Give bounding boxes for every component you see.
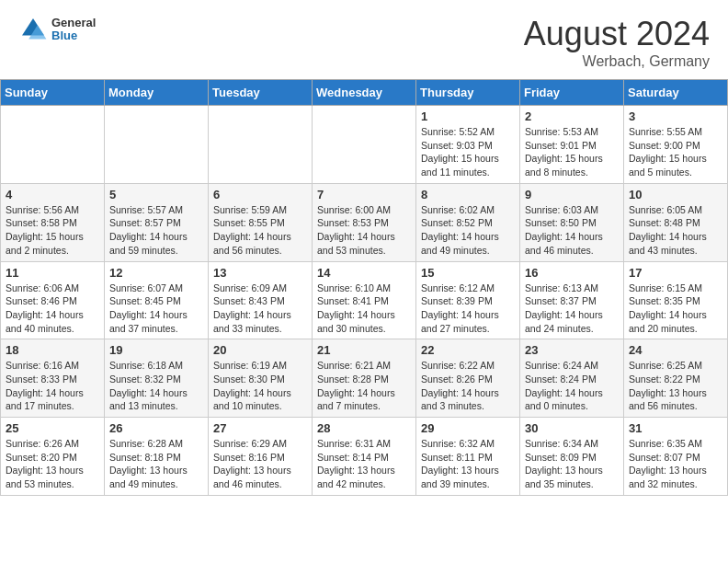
day-info: Sunrise: 6:35 AMSunset: 8:07 PMDaylight:… — [629, 437, 722, 491]
day-number: 24 — [629, 343, 722, 357]
calendar-cell: 9Sunrise: 6:03 AMSunset: 8:50 PMDaylight… — [520, 183, 624, 261]
calendar-cell: 3Sunrise: 5:55 AMSunset: 9:00 PMDaylight… — [624, 106, 728, 184]
day-number: 29 — [421, 421, 515, 435]
calendar-cell: 12Sunrise: 6:07 AMSunset: 8:45 PMDayligh… — [105, 261, 209, 339]
calendar-table: SundayMondayTuesdayWednesdayThursdayFrid… — [0, 79, 728, 496]
calendar-cell: 10Sunrise: 6:05 AMSunset: 8:48 PMDayligh… — [624, 183, 728, 261]
day-number: 13 — [213, 266, 307, 280]
day-header-friday: Friday — [520, 80, 624, 106]
calendar-cell — [313, 106, 416, 184]
day-header-thursday: Thursday — [416, 80, 520, 106]
day-number: 25 — [6, 421, 99, 435]
day-number: 6 — [213, 188, 307, 201]
day-info: Sunrise: 6:07 AMSunset: 8:45 PMDaylight:… — [109, 282, 203, 336]
day-info: Sunrise: 5:53 AMSunset: 9:01 PMDaylight:… — [525, 125, 619, 179]
calendar-cell: 6Sunrise: 5:59 AMSunset: 8:55 PMDaylight… — [209, 183, 313, 261]
day-info: Sunrise: 5:59 AMSunset: 8:55 PMDaylight:… — [213, 203, 307, 258]
day-number: 9 — [525, 188, 619, 201]
day-info: Sunrise: 6:13 AMSunset: 8:37 PMDaylight:… — [525, 282, 619, 336]
day-number: 8 — [421, 188, 515, 201]
day-header-wednesday: Wednesday — [313, 80, 416, 106]
calendar-cell: 16Sunrise: 6:13 AMSunset: 8:37 PMDayligh… — [520, 261, 624, 339]
calendar-cell: 19Sunrise: 6:18 AMSunset: 8:32 PMDayligh… — [105, 339, 209, 418]
month-year: August 2024 — [524, 15, 710, 53]
day-number: 2 — [525, 109, 619, 123]
calendar-cell: 18Sunrise: 6:16 AMSunset: 8:33 PMDayligh… — [1, 339, 105, 418]
day-number: 30 — [525, 421, 619, 435]
calendar-cell: 23Sunrise: 6:24 AMSunset: 8:24 PMDayligh… — [520, 339, 624, 418]
day-header-monday: Monday — [105, 80, 209, 106]
day-info: Sunrise: 6:18 AMSunset: 8:32 PMDaylight:… — [109, 359, 203, 413]
day-number: 19 — [109, 343, 203, 357]
calendar-cell: 30Sunrise: 6:34 AMSunset: 8:09 PMDayligh… — [520, 418, 624, 496]
day-number: 5 — [109, 188, 203, 201]
header-row: SundayMondayTuesdayWednesdayThursdayFrid… — [1, 80, 728, 106]
title-section: August 2024 Werbach, Germany — [524, 15, 710, 70]
day-number: 15 — [421, 266, 515, 280]
day-number: 22 — [421, 343, 515, 357]
day-info: Sunrise: 5:52 AMSunset: 9:03 PMDaylight:… — [421, 125, 515, 179]
day-info: Sunrise: 6:05 AMSunset: 8:48 PMDaylight:… — [629, 203, 722, 258]
day-info: Sunrise: 6:09 AMSunset: 8:43 PMDaylight:… — [213, 282, 307, 336]
calendar-cell: 5Sunrise: 5:57 AMSunset: 8:57 PMDaylight… — [105, 183, 209, 261]
day-info: Sunrise: 6:12 AMSunset: 8:39 PMDaylight:… — [421, 282, 515, 336]
day-info: Sunrise: 6:00 AMSunset: 8:53 PMDaylight:… — [317, 203, 411, 258]
page-header: General Blue August 2024 Werbach, German… — [0, 0, 728, 79]
day-info: Sunrise: 6:22 AMSunset: 8:26 PMDaylight:… — [421, 359, 515, 413]
day-info: Sunrise: 5:57 AMSunset: 8:57 PMDaylight:… — [109, 203, 203, 258]
calendar-cell: 7Sunrise: 6:00 AMSunset: 8:53 PMDaylight… — [313, 183, 416, 261]
calendar-cell: 21Sunrise: 6:21 AMSunset: 8:28 PMDayligh… — [313, 339, 416, 418]
location: Werbach, Germany — [524, 53, 710, 70]
day-number: 1 — [421, 109, 515, 123]
day-info: Sunrise: 6:31 AMSunset: 8:14 PMDaylight:… — [317, 437, 411, 491]
calendar-cell: 28Sunrise: 6:31 AMSunset: 8:14 PMDayligh… — [313, 418, 416, 496]
calendar-cell: 31Sunrise: 6:35 AMSunset: 8:07 PMDayligh… — [624, 418, 728, 496]
week-row-3: 11Sunrise: 6:06 AMSunset: 8:46 PMDayligh… — [1, 261, 728, 339]
day-number: 31 — [629, 421, 722, 435]
week-row-4: 18Sunrise: 6:16 AMSunset: 8:33 PMDayligh… — [1, 339, 728, 418]
day-number: 20 — [213, 343, 307, 357]
day-header-saturday: Saturday — [624, 80, 728, 106]
day-number: 23 — [525, 343, 619, 357]
calendar-cell: 20Sunrise: 6:19 AMSunset: 8:30 PMDayligh… — [209, 339, 313, 418]
week-row-5: 25Sunrise: 6:26 AMSunset: 8:20 PMDayligh… — [1, 418, 728, 496]
calendar-cell: 1Sunrise: 5:52 AMSunset: 9:03 PMDaylight… — [416, 106, 520, 184]
day-info: Sunrise: 6:19 AMSunset: 8:30 PMDaylight:… — [213, 359, 307, 413]
logo: General Blue — [18, 15, 96, 44]
day-header-tuesday: Tuesday — [209, 80, 313, 106]
calendar-cell: 2Sunrise: 5:53 AMSunset: 9:01 PMDaylight… — [520, 106, 624, 184]
day-info: Sunrise: 5:55 AMSunset: 9:00 PMDaylight:… — [629, 125, 722, 179]
day-info: Sunrise: 6:10 AMSunset: 8:41 PMDaylight:… — [317, 282, 411, 336]
calendar-cell: 14Sunrise: 6:10 AMSunset: 8:41 PMDayligh… — [313, 261, 416, 339]
day-info: Sunrise: 6:29 AMSunset: 8:16 PMDaylight:… — [213, 437, 307, 491]
calendar-cell: 11Sunrise: 6:06 AMSunset: 8:46 PMDayligh… — [1, 261, 105, 339]
calendar-cell: 24Sunrise: 6:25 AMSunset: 8:22 PMDayligh… — [624, 339, 728, 418]
day-number: 28 — [317, 421, 411, 435]
day-number: 14 — [317, 266, 411, 280]
calendar-cell: 22Sunrise: 6:22 AMSunset: 8:26 PMDayligh… — [416, 339, 520, 418]
calendar-cell: 26Sunrise: 6:28 AMSunset: 8:18 PMDayligh… — [105, 418, 209, 496]
week-row-1: 1Sunrise: 5:52 AMSunset: 9:03 PMDaylight… — [1, 106, 728, 184]
day-header-sunday: Sunday — [1, 80, 105, 106]
calendar-cell: 8Sunrise: 6:02 AMSunset: 8:52 PMDaylight… — [416, 183, 520, 261]
day-info: Sunrise: 6:32 AMSunset: 8:11 PMDaylight:… — [421, 437, 515, 491]
logo-text: General Blue — [51, 17, 96, 43]
day-number: 4 — [6, 188, 99, 201]
calendar-cell — [105, 106, 209, 184]
calendar-cell: 29Sunrise: 6:32 AMSunset: 8:11 PMDayligh… — [416, 418, 520, 496]
calendar-cell — [209, 106, 313, 184]
day-number: 16 — [525, 266, 619, 280]
day-info: Sunrise: 5:56 AMSunset: 8:58 PMDaylight:… — [6, 203, 99, 258]
calendar-cell: 4Sunrise: 5:56 AMSunset: 8:58 PMDaylight… — [1, 183, 105, 261]
logo-icon — [18, 15, 48, 44]
logo-general: General — [51, 17, 96, 29]
calendar-cell — [1, 106, 105, 184]
day-info: Sunrise: 6:06 AMSunset: 8:46 PMDaylight:… — [6, 282, 99, 336]
day-info: Sunrise: 6:15 AMSunset: 8:35 PMDaylight:… — [629, 282, 722, 336]
day-number: 10 — [629, 188, 722, 201]
day-info: Sunrise: 6:26 AMSunset: 8:20 PMDaylight:… — [6, 437, 99, 491]
calendar-cell: 17Sunrise: 6:15 AMSunset: 8:35 PMDayligh… — [624, 261, 728, 339]
calendar-cell: 27Sunrise: 6:29 AMSunset: 8:16 PMDayligh… — [209, 418, 313, 496]
day-number: 3 — [629, 109, 722, 123]
calendar-cell: 13Sunrise: 6:09 AMSunset: 8:43 PMDayligh… — [209, 261, 313, 339]
